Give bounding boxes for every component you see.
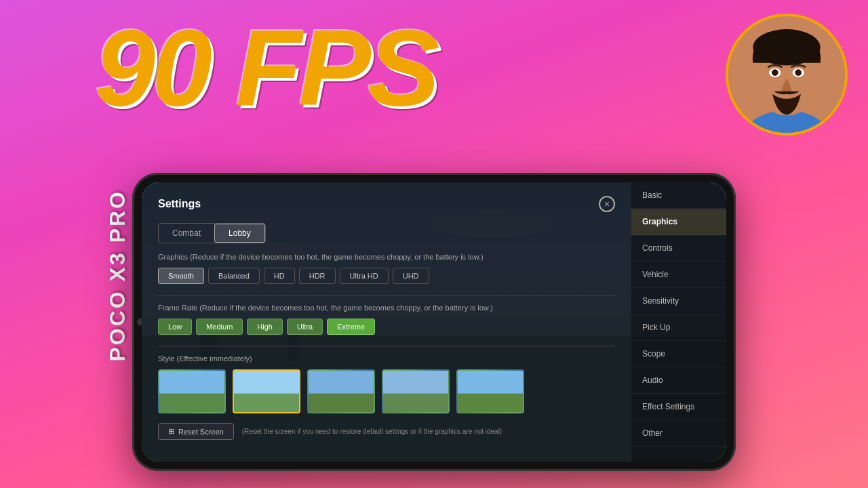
- settings-title: Settings: [158, 198, 201, 210]
- divider-1: [158, 295, 615, 296]
- sidebar-item-scope[interactable]: Scope: [631, 341, 726, 367]
- style-thumb-2-inner: [234, 371, 299, 412]
- reset-screen-button[interactable]: ⊞ Reset Screen: [158, 423, 234, 440]
- tabs-container: Combat Lobby: [158, 223, 266, 243]
- svg-rect-20: [309, 394, 374, 412]
- sidebar-item-pickup[interactable]: Pick Up: [631, 314, 726, 341]
- fps-title: 90 FPS: [95, 14, 437, 122]
- fps-high[interactable]: High: [247, 319, 283, 335]
- graphics-smooth[interactable]: Smooth: [158, 268, 204, 284]
- tab-lobby[interactable]: Lobby: [214, 224, 265, 243]
- divider-2: [158, 346, 615, 346]
- avatar-face: [728, 16, 845, 133]
- sidebar-item-controls[interactable]: Controls: [631, 235, 726, 262]
- graphics-options: Smooth Balanced HD HDR Ultra HD UHD: [158, 268, 615, 284]
- fps-ultra[interactable]: Ultra: [287, 319, 323, 335]
- fps-medium[interactable]: Medium: [196, 319, 243, 335]
- frame-rate-label: Frame Rate (Reduce if the device becomes…: [158, 304, 615, 312]
- sidebar-item-vehicle[interactable]: Vehicle: [631, 262, 726, 288]
- svg-point-8: [795, 69, 802, 76]
- svg-rect-22: [383, 394, 448, 412]
- graphics-hdr[interactable]: HDR: [299, 268, 336, 284]
- sidebar-item-sensitivity[interactable]: Sensitivity: [631, 288, 726, 314]
- reset-btn-area: ⊞ Reset Screen (Reset the screen if you …: [158, 423, 615, 440]
- reset-note: (Reset the screen if you need to restore…: [242, 428, 502, 435]
- close-button[interactable]: ×: [599, 196, 615, 212]
- svg-rect-16: [159, 394, 224, 412]
- sidebar-item-basic[interactable]: Basic: [631, 182, 726, 209]
- avatar: [726, 14, 848, 136]
- sidebar-item-other[interactable]: Other: [631, 420, 726, 447]
- fps-low[interactable]: Low: [158, 319, 192, 335]
- style-thumb-5[interactable]: [456, 369, 524, 413]
- tab-combat[interactable]: Combat: [159, 224, 214, 243]
- svg-point-6: [772, 69, 778, 76]
- settings-main: Settings × Combat Lobby Graphics (Reduce…: [142, 182, 631, 462]
- style-thumb-1-inner: [159, 371, 224, 412]
- reset-icon: ⊞: [168, 427, 174, 436]
- style-thumb-4[interactable]: [382, 369, 450, 413]
- style-thumb-3[interactable]: [307, 369, 375, 413]
- settings-panel: Settings × Combat Lobby Graphics (Reduce…: [142, 182, 726, 462]
- graphics-hd[interactable]: HD: [264, 268, 295, 284]
- device-label: POCO X3 PRO: [105, 190, 130, 362]
- style-thumb-1[interactable]: [158, 369, 226, 413]
- phone-device: Settings × Combat Lobby Graphics (Reduce…: [132, 173, 736, 471]
- frame-rate-options: Low Medium High Ultra Extreme: [158, 319, 615, 335]
- settings-sidebar: Basic Graphics Controls Vehicle Sensitiv…: [631, 182, 726, 462]
- graphics-balanced[interactable]: Balanced: [208, 268, 260, 284]
- sidebar-item-audio[interactable]: Audio: [631, 367, 726, 394]
- style-thumb-3-inner: [309, 371, 374, 412]
- settings-header: Settings ×: [158, 196, 615, 212]
- fps-extreme[interactable]: Extreme: [327, 319, 375, 335]
- graphics-ultrahd[interactable]: Ultra HD: [340, 268, 389, 284]
- phone-screen: Settings × Combat Lobby Graphics (Reduce…: [142, 182, 726, 462]
- style-thumbnails: [158, 369, 615, 413]
- svg-rect-18: [234, 394, 299, 412]
- style-thumb-4-inner: [383, 371, 448, 412]
- graphics-label: Graphics (Reduce if the device becomes t…: [158, 253, 615, 261]
- style-label: Style (Effective immediately): [158, 354, 615, 363]
- svg-rect-24: [458, 394, 523, 412]
- sidebar-item-graphics[interactable]: Graphics: [631, 209, 726, 235]
- style-thumb-5-inner: [458, 371, 523, 412]
- sidebar-item-effect-settings[interactable]: Effect Settings: [631, 394, 726, 420]
- graphics-uhd[interactable]: UHD: [393, 268, 429, 284]
- reset-label: Reset Screen: [178, 428, 224, 436]
- style-thumb-2[interactable]: [233, 369, 300, 413]
